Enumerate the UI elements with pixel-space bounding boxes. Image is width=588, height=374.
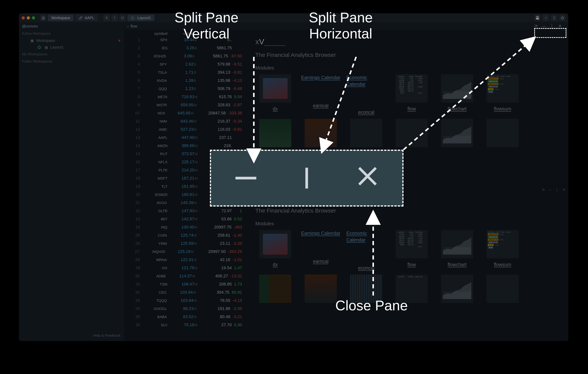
module-flowchart[interactable]: flowchart bbox=[437, 230, 477, 271]
x-button[interactable]: X bbox=[104, 15, 110, 21]
table-row[interactable]: 14AMZN389.66M218. bbox=[125, 143, 246, 151]
table-row[interactable]: 13AAPL447.60M237.11 bbox=[125, 135, 246, 143]
module-links: Earnings Calendar earncal bbox=[301, 74, 341, 115]
table-row[interactable]: 3/ESH253.06B5861.75-97.50 bbox=[125, 53, 246, 61]
close-pane-button[interactable]: ✕ bbox=[561, 187, 567, 192]
o-button[interactable]: O bbox=[119, 15, 126, 21]
module-thumb[interactable] bbox=[259, 119, 291, 147]
table-row[interactable]: 16NFLX228.17M837. bbox=[125, 159, 246, 167]
add-button[interactable]: + bbox=[543, 15, 549, 21]
split-horizontal-button[interactable]: │ bbox=[554, 187, 560, 192]
table-row[interactable]: 34GOOGL98.23M191.86-2.09 bbox=[125, 306, 246, 314]
module-dx[interactable]: dx bbox=[255, 74, 295, 115]
economic-calendar-link[interactable]: Economic Calendar bbox=[346, 74, 386, 87]
sidebar-toggle-button[interactable]: ▥ bbox=[40, 15, 46, 21]
table-row[interactable]: 24/NQ130.40M20997.75-363 bbox=[125, 224, 246, 233]
earnings-calendar-link[interactable]: Earnings Calendar bbox=[301, 230, 340, 237]
table-row[interactable]: 4SPY2.62B579.98-9.51 bbox=[125, 61, 246, 70]
economic-calendar-link[interactable]: Economic Calendar bbox=[346, 230, 386, 243]
refresh-button[interactable]: ⟳ bbox=[533, 23, 539, 29]
table-row[interactable]: 12AMD527.23M116.03-5.81 bbox=[125, 127, 246, 135]
sidebar-item-layout[interactable]: ⏻ ▦ Layout1 bbox=[19, 44, 125, 51]
row-index: 3 bbox=[128, 53, 143, 59]
table-row[interactable]: 17PLTR214.20M67. bbox=[125, 167, 246, 175]
module-label[interactable]: econcal bbox=[358, 265, 374, 271]
three-button[interactable]: 3 bbox=[551, 15, 557, 21]
table-row[interactable]: 7QQQ1.23B506.79-8.48 bbox=[125, 86, 246, 94]
table-row[interactable]: 23IBIT142.87M53.860.52 bbox=[125, 216, 246, 224]
table-row[interactable]: 18MSFT187.21M419. bbox=[125, 175, 246, 184]
table-row[interactable]: 32CEG103.94M304.7560.91 bbox=[125, 289, 246, 298]
table-row[interactable]: 10NDX645.95M20847.58-333.38 bbox=[125, 110, 246, 118]
module-thumb[interactable] bbox=[486, 275, 519, 303]
minimize-window-button[interactable] bbox=[27, 16, 30, 20]
table-row[interactable]: 1SPX15.44B5.. bbox=[125, 37, 246, 45]
table-row[interactable]: 2/ES3.26B5861.75 bbox=[125, 45, 246, 53]
table-row[interactable]: 8META716.83M615.765.04 bbox=[125, 94, 246, 102]
module-dx[interactable]: dx bbox=[255, 230, 295, 271]
refresh-button[interactable]: ⟳ bbox=[541, 187, 546, 192]
help-feedback-link[interactable]: Help & Feedback bbox=[93, 333, 121, 338]
command-bar[interactable]: › flow ⟳ ― │ ✕ bbox=[125, 23, 568, 29]
table-row[interactable]: 15RUT373.57M2189. bbox=[125, 151, 246, 159]
save-button[interactable]: 💾 bbox=[534, 15, 541, 21]
module-flowsum[interactable]: expiration kind chart value 2025-06-20CA… bbox=[483, 230, 523, 271]
module-flow[interactable]: symbolvalueflowratio TSLA1.651.064 NVDA1… bbox=[392, 74, 431, 115]
module-label[interactable]: econcal bbox=[358, 109, 374, 115]
close-pane-button[interactable]: ✕ bbox=[557, 23, 563, 29]
maximize-window-button[interactable] bbox=[32, 16, 35, 20]
table-row[interactable]: 9MSTR659.95M328.83-2.87 bbox=[125, 102, 246, 110]
workspace-tab[interactable]: Workspace bbox=[48, 15, 74, 21]
module-flowsum[interactable]: expiration kind chart value 2025-01-17CA… bbox=[483, 74, 523, 115]
table-row[interactable]: 19TLT161.95M85. bbox=[125, 184, 246, 192]
module-thumb[interactable] bbox=[441, 119, 473, 147]
module-thumb[interactable] bbox=[350, 119, 382, 147]
table-row[interactable]: 28MRNA122.91M42.16-1.01 bbox=[125, 257, 246, 265]
table-row[interactable]: 36SLV75.18M27.700.30 bbox=[125, 322, 246, 330]
module-flowchart[interactable]: flowchart bbox=[437, 74, 477, 115]
module-thumb[interactable] bbox=[259, 275, 291, 303]
i-button[interactable]: I bbox=[111, 15, 118, 21]
sidebar-heading-my[interactable]: My Workspaces bbox=[19, 51, 125, 58]
layout-tab[interactable]: ⏻ Layout1 bbox=[127, 15, 154, 21]
sidebar-heading-public[interactable]: Public Workspaces bbox=[19, 58, 125, 65]
ticker-tab[interactable]: 🔗 AAPL bbox=[75, 15, 98, 21]
earnings-calendar-link[interactable]: Earnings Calendar bbox=[301, 74, 340, 81]
table-row[interactable]: 33TQQQ103.84M76.55-4.13 bbox=[125, 298, 246, 306]
table-row[interactable]: 25COIN125.74M258.61-1.40 bbox=[125, 233, 246, 241]
row-symbol: NFLX bbox=[144, 160, 170, 164]
power-button[interactable]: ⏻ bbox=[559, 15, 566, 21]
module-label[interactable]: earncal bbox=[313, 103, 328, 108]
row-unit: M bbox=[195, 193, 200, 197]
table-row[interactable]: 35BABA83.52M80.48-3.21 bbox=[125, 314, 246, 322]
module-label: flowchart bbox=[448, 106, 467, 112]
split-horizontal-button[interactable]: │ bbox=[549, 23, 555, 29]
table-row[interactable]: 5TSLA1.71B394.13-0.81 bbox=[125, 70, 246, 78]
table-row[interactable]: 11IWM643.46M216.37-5.34 bbox=[125, 118, 246, 127]
module-flow[interactable]: symbolvalueflowratio TSLA1.651.064 NVDA1… bbox=[392, 230, 431, 271]
module-thumb[interactable] bbox=[486, 119, 519, 147]
module-thumb[interactable] bbox=[304, 275, 337, 303]
table-row[interactable]: 29VIX121.78M19.541.47 bbox=[125, 265, 246, 273]
row-index: 16 bbox=[128, 160, 144, 164]
module-thumb[interactable] bbox=[304, 119, 337, 147]
module-thumb[interactable] bbox=[441, 275, 473, 303]
row-unit: B bbox=[195, 46, 200, 50]
table-row[interactable]: 20/ESM25160.61M5916. bbox=[125, 192, 246, 200]
table-row[interactable]: 22DLTR147.83M72.971 bbox=[125, 208, 246, 216]
close-window-button[interactable] bbox=[21, 16, 25, 20]
module-thumb[interactable] bbox=[350, 275, 382, 303]
row-price: 42.16 bbox=[199, 257, 233, 262]
module-thumb[interactable] bbox=[396, 119, 428, 147]
module-label[interactable]: earncal bbox=[313, 259, 328, 264]
module-thumb[interactable]: symboldeltasvalue_bs bbox=[396, 275, 428, 303]
table-row[interactable]: 26YINN125.59M23.11-2.20 bbox=[125, 241, 246, 249]
sidebar-item-workspace[interactable]: ▣ Workspace bbox=[19, 37, 125, 44]
split-vertical-button[interactable]: ― bbox=[541, 23, 547, 29]
table-row[interactable]: 6NVDA1.39B135.98-4.13 bbox=[125, 78, 246, 86]
table-row[interactable]: 31TSM108.47M208.851.73 bbox=[125, 281, 246, 289]
table-row[interactable]: 21AVGO149.39M223.89-5.42 bbox=[125, 200, 246, 208]
split-vertical-button[interactable]: ― bbox=[547, 187, 553, 192]
table-row[interactable]: 30ADBE114.57M406.27-13.31 bbox=[125, 273, 246, 281]
table-row[interactable]: 27/NQH25125.19M20997.50-363.25 bbox=[125, 249, 246, 257]
